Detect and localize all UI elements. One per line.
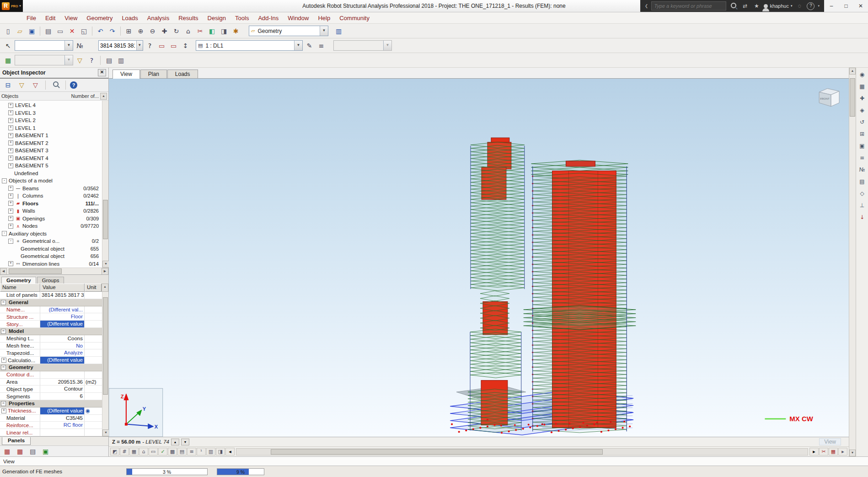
- tree-item-nodes[interactable]: +∧Nodes0/97720: [0, 222, 102, 230]
- grid-scrollbar[interactable]: ▼: [102, 292, 108, 436]
- help-dropdown-icon[interactable]: ▾: [818, 4, 820, 8]
- expand-icon[interactable]: +: [8, 140, 13, 145]
- scroll-up-icon[interactable]: ▲: [100, 93, 107, 100]
- initial-view-icon[interactable]: ⌂: [182, 26, 194, 37]
- tree-item-basement-1[interactable]: +BASEMENT 1: [0, 132, 102, 139]
- viewport-tab-plan[interactable]: Plan: [140, 70, 167, 78]
- exchange-icon[interactable]: ⇄: [741, 3, 749, 9]
- grid-cell-value[interactable]: (Different value: [40, 321, 85, 327]
- hscroll-right-icon[interactable]: ▸: [809, 448, 819, 456]
- tree-item-openings[interactable]: +▣Openings0/309: [0, 215, 102, 223]
- undo-icon[interactable]: ↶: [95, 26, 106, 37]
- menu-help[interactable]: Help: [313, 13, 335, 23]
- grid-cell-name[interactable]: Object type: [0, 386, 40, 392]
- grid-cell-name[interactable]: +Thickness...: [0, 407, 40, 414]
- tree-item-level-3[interactable]: +LEVEL 3: [0, 109, 102, 117]
- open-file-icon[interactable]: ▱: [14, 26, 26, 37]
- copy-icon[interactable]: ◱: [78, 26, 90, 37]
- tab-panels[interactable]: Panels: [2, 437, 31, 445]
- expand-icon[interactable]: +: [8, 103, 13, 108]
- expand-icon[interactable]: +: [8, 125, 13, 130]
- grid-cell-name[interactable]: Area: [0, 379, 40, 386]
- tree-item-level-1[interactable]: +LEVEL 1: [0, 124, 102, 132]
- menu-community[interactable]: Community: [335, 13, 374, 23]
- view-settings-icon[interactable]: ◉: [857, 70, 867, 78]
- grid-cell-value[interactable]: Contour: [40, 386, 85, 392]
- menu-file[interactable]: File: [22, 13, 41, 23]
- grid-cell-name[interactable]: Material: [0, 415, 40, 422]
- panel-save-icon[interactable]: ▣: [40, 446, 51, 457]
- grid-cell-value[interactable]: 209515.36: [40, 379, 85, 386]
- tree-item-geometrical-object[interactable]: Geometrical object655: [0, 245, 102, 253]
- loads-display-icon[interactable]: ↓: [857, 213, 867, 221]
- grid-header-value[interactable]: Value: [40, 284, 85, 292]
- zoom-all-icon[interactable]: ⊞: [857, 129, 867, 138]
- save-icon[interactable]: ▣: [26, 26, 38, 37]
- new-file-icon[interactable]: ▯: [2, 26, 14, 37]
- expand-icon[interactable]: +: [1, 358, 6, 363]
- print-preview-icon[interactable]: ▭: [54, 26, 66, 37]
- grid-scroll-down-icon[interactable]: ▼: [102, 429, 109, 436]
- grid-header-name[interactable]: Name: [0, 284, 40, 292]
- grid-scroll-up-icon[interactable]: ▲: [102, 284, 108, 292]
- inspector-filter-clear-icon[interactable]: ▽: [30, 80, 41, 91]
- menu-edit[interactable]: Edit: [41, 13, 60, 23]
- grid-cell-value[interactable]: Floor: [40, 313, 85, 320]
- grid-cell-name[interactable]: Linear rel...: [0, 429, 40, 436]
- menu-analysis[interactable]: Analysis: [143, 13, 174, 23]
- viewport-tab-loads[interactable]: Loads: [167, 70, 198, 78]
- viewport-hscrollbar[interactable]: [236, 448, 808, 456]
- next-view-icon[interactable]: ▸: [838, 448, 847, 456]
- grid-cell-value[interactable]: (Different val...: [40, 306, 85, 313]
- expand-icon[interactable]: +: [8, 110, 13, 115]
- view-3d-icon[interactable]: ◈: [857, 106, 867, 114]
- tab-groups[interactable]: Groups: [37, 277, 64, 284]
- grid-row-calculatio-[interactable]: +Calculatio...(Different value: [0, 357, 102, 364]
- tree-item-basement-2[interactable]: +BASEMENT 2: [0, 139, 102, 147]
- grid-cell-value[interactable]: Analyze: [40, 349, 85, 356]
- tree-item-level-2[interactable]: +LEVEL 2: [0, 117, 102, 124]
- rotate-3d-icon[interactable]: ↺: [857, 118, 867, 126]
- panel-list-combo-arrow[interactable]: ▼: [136, 41, 143, 50]
- report-icon[interactable]: ▤: [103, 55, 115, 66]
- half-view-icon[interactable]: ◨: [216, 448, 225, 456]
- grid-cell-name[interactable]: Meshing t...: [0, 335, 40, 342]
- tools-icon[interactable]: ✱: [230, 26, 241, 37]
- minimize-button[interactable]: –: [824, 0, 839, 12]
- grid-cell-value[interactable]: (Different value: [40, 407, 85, 414]
- grid-cell-name[interactable]: +Calculatio...: [0, 357, 40, 364]
- tree-scrollbar[interactable]: ▼: [102, 101, 108, 268]
- tree-item-basement-3[interactable]: +BASEMENT 3: [0, 147, 102, 155]
- cut-view-icon[interactable]: ✂: [819, 448, 828, 456]
- app-menu-button[interactable]: R PRO ▾: [0, 0, 23, 12]
- grid-cell-name[interactable]: Name...: [0, 306, 40, 313]
- tree-item-basement-4[interactable]: +BASEMENT 4: [0, 155, 102, 162]
- grid-row-reinforce-[interactable]: Reinforce...RC floor: [0, 422, 102, 429]
- delete-icon[interactable]: ✕: [66, 26, 78, 37]
- scroll-right-icon[interactable]: ▶: [102, 268, 108, 275]
- search-icon[interactable]: [729, 1, 738, 11]
- expand-icon[interactable]: +: [8, 193, 13, 198]
- zoom-out-icon[interactable]: ⊖: [147, 26, 158, 37]
- tree-item-basement-5[interactable]: +BASEMENT 5: [0, 162, 102, 170]
- level-down-button[interactable]: ▼: [181, 439, 189, 445]
- capture-icon[interactable]: ▥: [115, 55, 127, 66]
- grid-cell-name[interactable]: Mesh free...: [0, 343, 40, 349]
- filter-help-icon[interactable]: ?: [86, 55, 97, 66]
- collapse-icon[interactable]: −: [1, 401, 6, 406]
- tables-icon[interactable]: ▦: [2, 55, 14, 66]
- inspector-grid-icon[interactable]: ⊟: [2, 80, 14, 91]
- collapse-icon[interactable]: -: [2, 178, 7, 183]
- viewport-tab-view[interactable]: View: [113, 70, 140, 79]
- work-plane-icon[interactable]: ▭: [149, 448, 158, 456]
- zoom-in-icon[interactable]: ⊕: [135, 26, 146, 37]
- tree-item-undefined[interactable]: Undefined: [0, 170, 102, 177]
- expand-icon[interactable]: +: [8, 209, 13, 214]
- symbols-icon[interactable]: ◇: [857, 189, 867, 197]
- selection-combo[interactable]: ▼: [15, 40, 73, 51]
- panel-list-input[interactable]: [99, 43, 136, 49]
- tree-item-columns[interactable]: +|Columns0/2462: [0, 192, 102, 200]
- expand-icon[interactable]: +: [8, 155, 13, 161]
- axes-icon[interactable]: ✚: [857, 94, 867, 102]
- inspector-search-icon[interactable]: [50, 80, 61, 91]
